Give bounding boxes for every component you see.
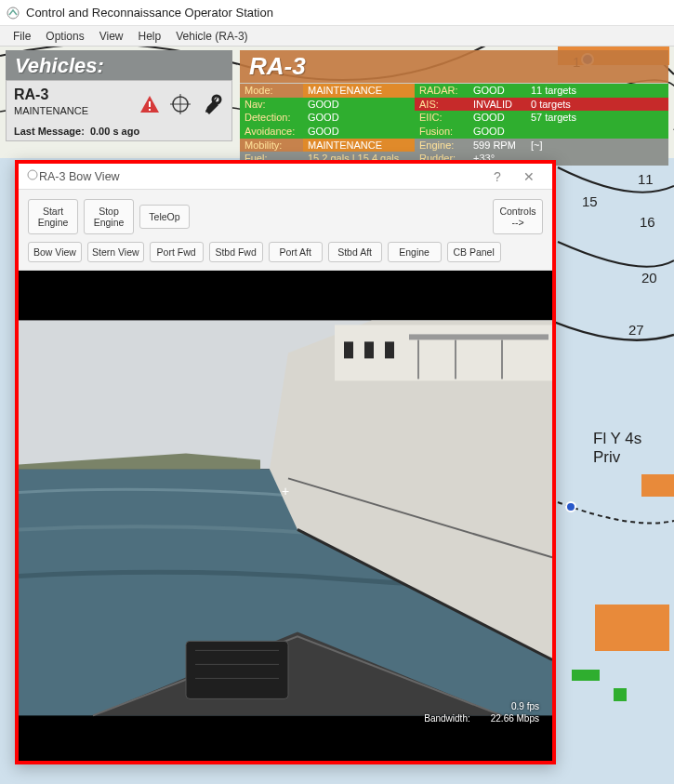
app-titlebar: Control and Reconnaissance Operator Stat… [0, 0, 674, 26]
vehicle-lastmsg-value: 0.00 s ago [90, 126, 139, 137]
warning-icon [139, 94, 161, 114]
lbl-engine: Engine: [415, 139, 469, 153]
teleop-button[interactable]: TeleOp [139, 205, 190, 229]
port-aft-button[interactable]: Port Aft [269, 242, 323, 262]
val-mobility: MAINTENANCE [303, 139, 415, 153]
start-engine-button[interactable]: Start Engine [28, 199, 78, 234]
camera-toolbar: Start Engine Stop Engine TeleOp Controls… [19, 190, 552, 271]
lbl-ais: AIS: [415, 98, 469, 112]
lbl-eiic: EIIC: [415, 111, 469, 125]
svg-rect-5 [614, 688, 627, 701]
val-fusion-x [526, 125, 668, 139]
bandwidth-value: 22.66 Mbps [491, 713, 539, 724]
svg-rect-17 [19, 271, 552, 320]
lbl-detection: Detection: [240, 111, 303, 125]
help-button[interactable]: ? [482, 169, 513, 184]
map-depth-27: 27 [628, 322, 644, 338]
svg-rect-24 [385, 342, 394, 359]
camera-window: RA-3 Bow View ? ✕ Start Engine Stop Engi… [15, 160, 556, 764]
camera-title: RA-3 Bow View [39, 170, 120, 183]
svg-rect-11 [149, 109, 151, 111]
lbl-radar: RADAR: [415, 84, 469, 98]
bow-view-button[interactable]: Bow View [28, 242, 82, 262]
target-icon[interactable] [170, 94, 191, 114]
svg-rect-29 [186, 642, 288, 699]
crosshair-icon: + [282, 484, 289, 498]
svg-rect-23 [364, 342, 374, 359]
menubar: File Options View Help Vehicle (RA-3) [0, 26, 674, 47]
val-engine-x: [~] [526, 139, 668, 153]
svg-rect-3 [595, 605, 669, 651]
map-label-priv: Priv [593, 448, 620, 467]
stbd-aft-button[interactable]: Stbd Aft [328, 242, 382, 262]
svg-rect-25 [409, 335, 548, 340]
map-depth-11: 11 [638, 171, 654, 187]
map-label-fly4s: Fl Y 4s [593, 430, 641, 448]
vehicle-lastmsg: Last Message: 0.00 s ago [14, 126, 224, 137]
val-ais: INVALID [469, 98, 526, 112]
val-ais-tgt: 0 targets [526, 98, 668, 112]
engine-button[interactable]: Engine [388, 242, 442, 262]
menu-view[interactable]: View [92, 28, 131, 45]
stop-engine-button[interactable]: Stop Engine [84, 199, 134, 234]
bandwidth-label: Bandwidth: [424, 713, 469, 724]
val-radar-tgt: 11 targets [526, 84, 668, 98]
telemetry-grid: Mode: MAINTENANCE RADAR: GOOD 11 targets… [240, 83, 668, 166]
stern-view-button[interactable]: Stern View [87, 242, 144, 262]
val-radar: GOOD [469, 84, 526, 98]
lbl-avoid: Avoidance: [240, 125, 303, 139]
vehicle-lastmsg-label: Last Message: [14, 126, 85, 137]
svg-rect-22 [344, 342, 353, 359]
menu-file[interactable]: File [6, 28, 38, 45]
lbl-mode: Mode: [240, 84, 303, 98]
vehicles-panel: Vehicles: RA-3 MAINTENANCE Last Message:… [6, 50, 232, 166]
val-mode: MAINTENANCE [303, 84, 415, 98]
val-eiic-tgt: 57 targets [526, 111, 668, 125]
vehicles-header: Vehicles: [6, 50, 232, 80]
menu-vehicle[interactable]: Vehicle (RA-3) [168, 28, 255, 45]
fps-value: 0.9 fps [511, 701, 539, 711]
status-header: RA-3 [240, 50, 668, 83]
svg-point-8 [566, 502, 575, 512]
val-detection: GOOD [303, 111, 415, 125]
stbd-fwd-button[interactable]: Stbd Fwd [209, 242, 263, 262]
status-panel: RA-3 Mode: MAINTENANCE RADAR: GOOD 11 ta… [240, 50, 668, 166]
menu-options[interactable]: Options [38, 28, 91, 45]
lbl-mobility: Mobility: [240, 139, 303, 153]
val-fusion: GOOD [469, 125, 526, 139]
camera-overlay: 0.9 fps Bandwidth: 22.66 Mbps [424, 699, 539, 724]
camera-feed[interactable]: + 0.9 fps Bandwidth: 22.66 Mbps [19, 271, 552, 761]
port-fwd-button[interactable]: Port Fwd [150, 242, 204, 262]
map-depth-20: 20 [641, 270, 657, 286]
val-nav: GOOD [303, 98, 415, 112]
lbl-fusion: Fusion: [415, 125, 469, 139]
camera-window-icon [26, 168, 39, 184]
val-engine: 599 RPM [469, 139, 526, 153]
menu-help[interactable]: Help [131, 28, 169, 45]
svg-rect-10 [149, 101, 151, 107]
camera-titlebar[interactable]: RA-3 Bow View ? ✕ [19, 164, 552, 190]
val-avoid: GOOD [303, 125, 415, 139]
map-depth-15: 15 [582, 193, 598, 209]
app-icon [6, 6, 20, 20]
tools-icon[interactable] [200, 92, 224, 116]
vehicle-card-ra3[interactable]: RA-3 MAINTENANCE Last Message: 0.00 s ag… [6, 80, 232, 141]
svg-point-16 [28, 170, 37, 179]
cb-panel-button[interactable]: CB Panel [447, 242, 501, 262]
svg-rect-4 [572, 670, 600, 681]
controls-button[interactable]: Controls --> [493, 199, 543, 234]
app-title: Control and Reconnaissance Operator Stat… [26, 6, 273, 20]
val-eiic: GOOD [469, 111, 526, 125]
map-depth-16: 16 [640, 214, 655, 230]
close-button[interactable]: ✕ [513, 169, 545, 184]
svg-rect-6 [641, 474, 674, 497]
lbl-nav: Nav: [240, 98, 303, 112]
